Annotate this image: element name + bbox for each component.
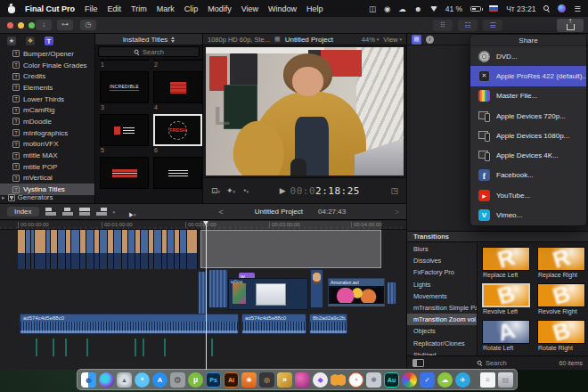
dock-icon[interactable] [259, 372, 274, 388]
effects-app-icon[interactable] [412, 35, 421, 45]
overwrite-edit-icon[interactable] [96, 208, 107, 216]
title-thumbnail[interactable] [100, 59, 149, 61]
connected-clip[interactable]: ш0сш [228, 278, 308, 310]
transition-category-row[interactable]: mTransition Simple Pack [407, 302, 477, 314]
timeline-video-clip[interactable] [100, 230, 108, 269]
title-category-row[interactable]: mDoodle [0, 116, 94, 127]
connect-edit-icon[interactable] [45, 208, 56, 216]
dock-icon[interactable] [480, 372, 495, 388]
timeline-video-clip[interactable] [114, 230, 122, 269]
share-menu-item[interactable]: Facebook... [470, 166, 586, 185]
timeline-video-clip[interactable] [58, 230, 66, 269]
transition-category-row[interactable]: FxFactory Pro [407, 266, 477, 278]
menu-item[interactable]: Modify [208, 4, 232, 13]
insert-edit-icon[interactable] [62, 208, 73, 216]
play-button[interactable]: ▶ [280, 186, 286, 195]
select-tool-dropdown[interactable]: ▾ [127, 204, 135, 220]
notification-center-icon[interactable]: ☰ [574, 4, 581, 13]
timeline-video-clip[interactable] [167, 230, 175, 269]
append-edit-icon[interactable] [79, 208, 90, 216]
dock-icon[interactable] [313, 372, 328, 388]
menu-item[interactable]: Clip [184, 4, 199, 13]
dock-icon[interactable] [402, 372, 417, 388]
share-menu-item[interactable]: Apple Devices 720p... [470, 106, 586, 126]
menu-item[interactable]: Mark [157, 4, 175, 13]
connected-clip[interactable] [387, 282, 396, 305]
timeline-video-clip[interactable] [154, 230, 162, 269]
dock-icon[interactable] [384, 372, 399, 388]
import-media-button[interactable]: ↓ [36, 20, 52, 30]
share-menu-item[interactable]: YouTube... [470, 185, 586, 205]
share-button[interactable] [557, 19, 584, 32]
dock-icon[interactable] [206, 372, 221, 388]
retime-button[interactable]: ◔▾ [241, 186, 249, 195]
next-project-button[interactable]: > [395, 208, 399, 216]
spotlight-search-icon[interactable] [543, 5, 550, 12]
dock-icon[interactable] [170, 372, 185, 388]
crop-tool-button[interactable]: ⊡▾ [211, 186, 220, 195]
timeline-video-clip[interactable] [128, 230, 135, 269]
dock-icon[interactable] [277, 372, 292, 388]
timeline-panel[interactable]: 00:00:00:0000:01:00:0000:02:00:0000:03:0… [0, 221, 406, 370]
title-category-row[interactable]: Bumper/Opener [0, 48, 94, 60]
title-category-row[interactable]: Lower Thirds [0, 94, 94, 105]
inspector-toggle-button[interactable]: ☰ [483, 20, 502, 31]
effects-wand-button[interactable]: ✦▾ [226, 186, 235, 195]
dock-icon[interactable] [99, 372, 114, 388]
installed-titles-dropdown[interactable]: Installed Titles [95, 34, 202, 45]
title-thumbnail[interactable] [100, 157, 149, 189]
share-menu-item[interactable]: DVD... [470, 46, 586, 66]
title-thumbnail[interactable] [100, 114, 149, 146]
dock-icon[interactable] [81, 372, 96, 388]
timeline-video-clip[interactable] [71, 230, 80, 269]
close-window-button[interactable] [7, 22, 13, 29]
transition-thumbnail[interactable]: B [537, 320, 585, 344]
title-category-row[interactable]: mtitle MAX [0, 150, 94, 161]
timeline-video-clip[interactable] [108, 230, 114, 269]
title-category-row[interactable]: Elements [0, 82, 94, 94]
transition-category-row[interactable]: Dissolves [407, 255, 477, 266]
connected-clip[interactable]: Amoralez.avi [328, 278, 385, 306]
transition-thumbnail[interactable]: A [482, 320, 530, 344]
share-menu-item[interactable]: Master File... [470, 86, 586, 106]
transition-category-row[interactable]: Lights [407, 279, 477, 290]
title-thumbnail[interactable] [153, 71, 202, 103]
timeline-video-clip[interactable] [180, 230, 187, 269]
connected-clip[interactable] [310, 269, 323, 308]
share-menu-item[interactable]: Apple Devices 1080p... [470, 126, 586, 145]
title-category-row[interactable]: mtitle POP [0, 161, 94, 173]
title-category-row[interactable]: mInfographics [0, 127, 94, 139]
sidebar-toggle-icon[interactable] [412, 359, 424, 367]
minimize-window-button[interactable] [18, 22, 24, 29]
connected-clip[interactable] [208, 269, 228, 308]
title-thumbnail[interactable] [153, 157, 202, 189]
dock-icon[interactable] [498, 372, 513, 388]
audio-clip[interactable]: 8b2ad2a9c2b... [309, 314, 347, 334]
dock-icon[interactable] [295, 372, 310, 388]
disclosure-triangle-icon[interactable]: ▸ [2, 194, 5, 201]
menu-item[interactable]: File [85, 4, 98, 13]
fullscreen-button[interactable]: ◳ [390, 186, 398, 195]
share-menu-item[interactable]: Apple ProRes 422 (default)... [470, 66, 586, 86]
menu-item[interactable]: Trim [131, 4, 147, 13]
timeline-video-clip[interactable] [51, 230, 58, 269]
media-browser-toggle-button[interactable]: ⠿ [433, 20, 453, 31]
dock-icon[interactable] [437, 372, 453, 388]
dock-icon[interactable] [331, 372, 346, 388]
timeline-video-clip[interactable] [18, 230, 26, 269]
title-thumbnail[interactable]: INCREDIBLE [100, 71, 149, 103]
previous-project-button[interactable]: < [219, 208, 224, 216]
battery-icon[interactable] [470, 6, 481, 12]
title-category-row[interactable]: mVertical [0, 173, 94, 184]
title-thumbnail[interactable] [153, 59, 202, 61]
wifi-icon[interactable] [430, 6, 437, 12]
transition-category-row[interactable]: mTransition Zoom vol.2 [407, 314, 477, 325]
zoom-window-button[interactable] [29, 22, 35, 29]
transition-thumbnail[interactable]: B [482, 283, 530, 307]
transition-thumbnail[interactable]: R [537, 247, 585, 271]
menu-item[interactable]: Edit [108, 4, 122, 13]
dock-icon[interactable] [241, 372, 257, 388]
keyword-editor-button[interactable]: ⊶ [57, 20, 73, 30]
eye-status-icon[interactable]: ◉ [384, 4, 390, 13]
audio-clip[interactable]: ad574c4d5e88c0 [241, 314, 306, 334]
